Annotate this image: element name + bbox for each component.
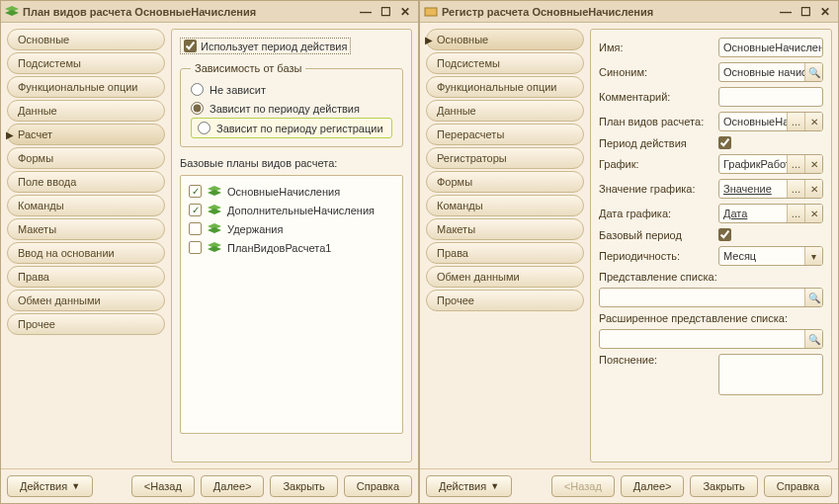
sidebar-item[interactable]: Данные xyxy=(7,100,165,122)
stack-icon xyxy=(208,186,221,198)
sidebar-item[interactable]: Прочее xyxy=(426,290,584,311)
sidebar-item[interactable]: Обмен данными xyxy=(7,290,165,311)
ext-list-repr-input[interactable]: 🔍 xyxy=(599,329,823,349)
radio-period-action[interactable]: Зависит по периоду действия xyxy=(191,99,392,118)
periodicity-select[interactable]: Месяц▾ xyxy=(718,246,823,266)
footer-right: Действия▼ <Назад Далее> Закрыть Справка xyxy=(420,468,838,503)
radio-none[interactable]: Не зависит xyxy=(191,80,392,99)
sidebar-item[interactable]: Основные xyxy=(7,29,165,50)
synonym-input[interactable]: Основные начисления🔍 xyxy=(718,62,823,82)
sidebar-item[interactable]: Ввод на основании xyxy=(7,242,165,264)
chevron-down-icon[interactable]: ▾ xyxy=(804,247,822,265)
chart-input[interactable]: ГрафикРаботы…✕ xyxy=(718,154,823,174)
base-period-checkbox[interactable] xyxy=(718,228,731,241)
plan-label: ПланВидовРасчета1 xyxy=(227,242,331,254)
next-button[interactable]: Далее> xyxy=(201,475,265,497)
back-button[interactable]: <Назад xyxy=(551,475,615,497)
sidebar-item[interactable]: Обмен данными xyxy=(426,266,584,288)
sidebar-item[interactable]: Прочее xyxy=(7,313,165,335)
action-period-checkbox[interactable] xyxy=(718,136,731,149)
list-repr-label: Представление списка: xyxy=(599,271,823,283)
maximize-icon[interactable]: ☐ xyxy=(377,5,394,19)
sidebar-item-label: Прочее xyxy=(18,318,55,330)
list-repr-input[interactable]: 🔍 xyxy=(599,288,823,307)
sidebar-item[interactable]: Формы xyxy=(7,147,165,169)
ellipsis-icon[interactable]: … xyxy=(787,113,804,130)
svg-marker-5 xyxy=(208,209,221,214)
stack-icon xyxy=(5,6,19,18)
plan-checkbox[interactable] xyxy=(189,222,202,235)
chart-value-input[interactable]: Значение…✕ xyxy=(718,179,823,199)
dependency-group-title: Зависимость от базы xyxy=(191,62,305,74)
minimize-icon[interactable]: — xyxy=(357,5,375,19)
clear-icon[interactable]: ✕ xyxy=(804,180,822,198)
chevron-down-icon: ▼ xyxy=(490,481,499,491)
plan-item[interactable]: Удержания xyxy=(187,219,396,238)
sidebar-item[interactable]: Перерасчеты xyxy=(426,124,584,145)
sidebar-item[interactable]: Права xyxy=(7,266,165,288)
sidebar-item[interactable]: Формы xyxy=(426,171,584,193)
comment-input[interactable] xyxy=(718,87,823,107)
close-icon[interactable]: ✕ xyxy=(396,5,414,19)
sidebar-item-label: Макеты xyxy=(18,223,56,235)
content-right: Имя: ОсновныеНачисления Синоним: Основны… xyxy=(590,29,832,462)
sidebar-item[interactable]: ▶Расчет xyxy=(7,124,165,145)
plan-checkbox[interactable] xyxy=(189,185,202,198)
ellipsis-icon[interactable]: … xyxy=(787,155,804,173)
sidebar-item-label: Функциональные опции xyxy=(18,81,137,93)
back-button[interactable]: <Назад xyxy=(131,475,195,497)
sidebar-item-label: Функциональные опции xyxy=(437,81,556,93)
clear-icon[interactable]: ✕ xyxy=(804,155,822,173)
minimize-icon[interactable]: — xyxy=(777,5,795,19)
help-button[interactable]: Справка xyxy=(344,475,412,497)
help-button[interactable]: Справка xyxy=(764,475,832,497)
active-arrow-icon: ▶ xyxy=(425,35,433,45)
sidebar-item[interactable]: Макеты xyxy=(7,218,165,240)
actions-button[interactable]: Действия▼ xyxy=(426,475,512,497)
sidebar-item[interactable]: Макеты xyxy=(426,218,584,240)
close-icon[interactable]: ✕ xyxy=(816,5,834,19)
stack-icon xyxy=(208,223,221,235)
maximize-icon[interactable]: ☐ xyxy=(797,5,814,19)
clear-icon[interactable]: ✕ xyxy=(804,113,822,130)
magnifier-icon[interactable]: 🔍 xyxy=(804,289,822,306)
sidebar-item[interactable]: Поле ввода xyxy=(7,171,165,193)
sidebar-item[interactable]: Команды xyxy=(426,195,584,216)
sidebar-item-label: Основные xyxy=(437,34,488,45)
magnifier-icon[interactable]: 🔍 xyxy=(804,330,822,348)
sidebar-item[interactable]: Подсистемы xyxy=(7,52,165,74)
plan-input[interactable]: ОсновныеНачисления…✕ xyxy=(718,112,823,131)
sidebar-item-label: Команды xyxy=(18,200,64,211)
close-button[interactable]: Закрыть xyxy=(690,475,757,497)
sidebar-item-label: Обмен данными xyxy=(437,271,520,283)
next-button[interactable]: Далее> xyxy=(621,475,685,497)
ellipsis-icon[interactable]: … xyxy=(787,205,804,222)
ellipsis-icon[interactable]: … xyxy=(787,180,804,198)
magnifier-icon[interactable]: 🔍 xyxy=(804,63,822,81)
actions-button[interactable]: Действия▼ xyxy=(7,475,93,497)
sidebar-item[interactable]: ▶Основные xyxy=(426,29,584,50)
sidebar-item-label: Команды xyxy=(437,200,483,211)
chart-date-input[interactable]: Дата…✕ xyxy=(718,204,823,223)
radio-period-registration[interactable]: Зависит по периоду регистрации xyxy=(191,118,392,138)
plan-item[interactable]: ПланВидовРасчета1 xyxy=(187,238,396,257)
plan-item[interactable]: ОсновныеНачисления xyxy=(187,182,396,201)
clear-icon[interactable]: ✕ xyxy=(804,205,822,222)
sidebar-item[interactable]: Функциональные опции xyxy=(7,76,165,98)
explanation-textarea[interactable] xyxy=(718,354,823,395)
plan-checkbox[interactable] xyxy=(189,241,202,254)
use-period-checkbox[interactable]: Использует период действия xyxy=(180,38,351,54)
sidebar-item[interactable]: Команды xyxy=(7,195,165,216)
sidebar-item[interactable]: Регистраторы xyxy=(426,147,584,169)
plan-item[interactable]: ДополнительныеНачисления xyxy=(187,201,396,219)
plan-checkbox[interactable] xyxy=(189,204,202,216)
base-plans-tree[interactable]: ОсновныеНачисленияДополнительныеНачислен… xyxy=(180,175,403,434)
ext-list-repr-label: Расширенное представление списка: xyxy=(599,312,823,324)
close-button[interactable]: Закрыть xyxy=(270,475,337,497)
name-input[interactable]: ОсновныеНачисления xyxy=(718,38,823,57)
sidebar-item[interactable]: Данные xyxy=(426,100,584,122)
sidebar-item[interactable]: Права xyxy=(426,242,584,264)
window-title: План видов расчета ОсновныеНачисления xyxy=(23,6,256,18)
sidebar-item[interactable]: Функциональные опции xyxy=(426,76,584,98)
sidebar-item[interactable]: Подсистемы xyxy=(426,52,584,74)
